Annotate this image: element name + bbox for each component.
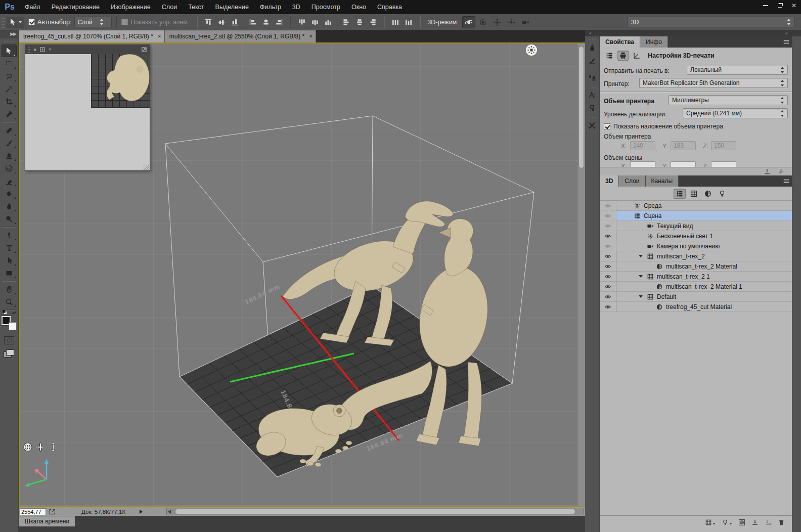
axis-gizmo[interactable] [24,454,64,493]
render-icon[interactable] [738,519,745,526]
scene-tree-row[interactable]: Бесконечный свет 1 [600,231,792,241]
expander-triangle[interactable] [639,295,643,298]
coordinates-icon[interactable] [631,51,642,61]
quick-mask-button[interactable] [4,336,14,344]
volume-units-dropdown[interactable]: Миллиметры [669,95,788,105]
expander-triangle[interactable] [639,255,643,257]
filter-whole-scene-button[interactable] [674,189,686,199]
visibility-eye-icon[interactable] [600,282,616,292]
horizontal-scrollbar-thumb[interactable] [175,509,575,514]
tab-channels[interactable]: Каналы [646,175,679,187]
hand-tool[interactable] [2,283,17,295]
distribute-right-button[interactable] [367,17,379,28]
magic-wand-tool[interactable] [2,82,17,95]
workspace-switcher[interactable]: 3D [627,17,795,27]
menubar-item[interactable]: Фильтр [254,4,287,11]
spot-healing-brush-tool[interactable] [2,124,17,137]
lasso-tool[interactable] [2,70,17,82]
menubar-item[interactable]: Просмотр [306,4,346,11]
blur-tool[interactable] [2,200,17,212]
brush-presets-icon[interactable] [586,55,598,67]
scene-tree-row[interactable]: Default [600,292,792,302]
character-panel-icon[interactable] [586,89,598,101]
scene-tree-row[interactable]: multiscan_t-rex_2 Material [600,261,792,272]
close-tab-icon[interactable]: × [158,33,161,39]
visibility-eye-icon[interactable] [600,231,616,241]
visibility-eye-icon[interactable] [600,211,616,221]
dolly-view-icon[interactable] [48,442,58,452]
visibility-eye-icon[interactable] [600,251,616,261]
share-export-icon[interactable] [48,508,56,515]
menubar-item[interactable]: Справка [372,4,408,11]
scale-to-volume-icon[interactable] [764,168,771,175]
delete-icon[interactable] [778,519,785,526]
history-brush-tool[interactable] [2,162,17,174]
align-vcenter-button[interactable] [215,17,228,28]
resize-grip-icon[interactable] [143,164,149,170]
autoselect-target-dropdown[interactable]: Слой [74,17,112,27]
distribute-widths-button[interactable] [389,17,402,28]
brushes-panel-icon[interactable] [586,41,598,54]
distribute-bottom-button[interactable] [322,17,334,28]
pan-view-icon[interactable] [35,442,46,452]
filter-materials-button[interactable] [702,189,714,199]
expand-view-icon[interactable] [141,47,147,53]
scene-tree-row[interactable]: multiscan_t-rex_2 Material 1 [600,282,792,292]
collapse-dock-icon[interactable]: « [589,30,592,36]
visibility-eye-icon[interactable] [600,302,616,312]
menubar-item[interactable]: Выделение [210,4,254,11]
slide-3d-button[interactable] [505,16,518,28]
tab-properties[interactable]: Свойства [600,36,640,48]
background-color-swatch[interactable] [9,322,17,330]
save-view-icon[interactable] [39,47,46,53]
scroll-left-arrow-icon[interactable] [168,510,171,514]
scene-icon[interactable] [604,51,615,61]
align-bottom-button[interactable] [229,17,241,28]
menubar-item[interactable]: 3D [287,4,306,11]
screen-mode-button[interactable] [4,349,15,358]
menubar-item[interactable]: Файл [19,4,46,11]
eraser-tool[interactable] [2,174,17,187]
path-selection-tool[interactable] [2,254,17,267]
show-overlay-checkbox[interactable] [604,123,610,130]
align-top-button[interactable] [202,17,214,28]
orbit-view-icon[interactable] [23,442,33,452]
orbit-3d-button[interactable] [462,16,475,28]
visibility-eye-icon[interactable] [600,261,616,272]
paragraph-panel-icon[interactable] [586,102,598,114]
tab-3d[interactable]: 3D [600,175,619,187]
tab-layers[interactable]: Слои [619,175,645,187]
paint-bucket-tool[interactable] [2,187,17,200]
new-light-icon[interactable] [722,519,732,526]
rectangular-marquee-tool[interactable] [2,57,17,70]
default-colors-icon[interactable] [2,309,6,313]
move-tool[interactable] [2,45,17,57]
collapse-toolbar-button[interactable]: ▶▶ [0,30,18,38]
scene-tree-row[interactable]: Среда [600,201,792,211]
tab-info[interactable]: Инфо [640,36,668,48]
roll-3d-button[interactable] [476,16,490,28]
autoselect-checkbox[interactable] [28,19,35,25]
send-to-dropdown[interactable]: Локальный [687,65,788,75]
menubar-item[interactable]: Редактирование [46,4,105,11]
timeline-tab[interactable]: Шкала времени [19,516,76,526]
menubar-item[interactable]: Изображение [105,4,156,11]
brush-tool[interactable] [2,137,17,149]
distribute-heights-button[interactable] [403,17,415,28]
print-settings-icon[interactable] [617,51,629,61]
scene-tree-row[interactable]: Сцена [600,211,792,221]
filter-meshes-button[interactable] [688,189,700,199]
visibility-eye-icon[interactable] [600,221,616,231]
panel-menu-icon[interactable] [783,38,790,46]
document-tab-trex[interactable]: multiscan_t-rex_2.stl @ 2550% (Слой 1, R… [165,30,316,42]
move-to-ground-icon[interactable] [751,519,759,526]
type-tool[interactable] [2,241,17,254]
scene-tree-row[interactable]: Текущий вид [600,221,792,231]
visibility-eye-icon[interactable] [600,201,616,211]
panel-menu-icon[interactable] [783,178,790,185]
pan-3d-button[interactable] [491,16,504,28]
zoom-level-field[interactable]: 2554,77 [20,508,46,515]
printer-dropdown[interactable]: MakerBot Replicator 5th Generation [639,78,788,88]
crop-tool[interactable] [2,95,17,108]
document-tab-treefrog[interactable]: treefrog_45_cut.stl @ 1070% (Слой 1, RGB… [19,30,165,42]
